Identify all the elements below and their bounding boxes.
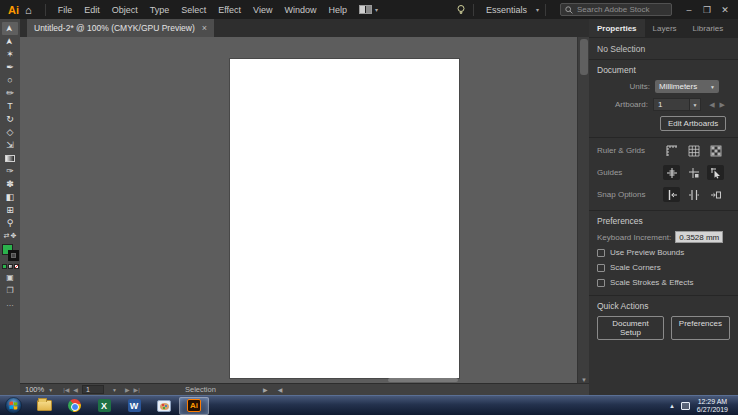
edit-artboards-button[interactable]: Edit Artboards <box>660 116 726 131</box>
menu-window[interactable]: Window <box>278 5 322 15</box>
previous-artboard-button[interactable]: ◀ <box>73 386 78 393</box>
zoom-tool[interactable]: ⚲ <box>2 217 18 230</box>
menu-file[interactable]: File <box>52 5 79 15</box>
preferences-button[interactable]: Preferences <box>671 316 730 340</box>
curvature-tool[interactable]: ✒ <box>2 61 18 74</box>
vertical-scrollbar-thumb[interactable] <box>580 39 588 75</box>
search-input[interactable] <box>577 5 667 14</box>
tray-status-icon[interactable] <box>681 402 690 410</box>
scale-corners-checkbox[interactable] <box>597 264 605 272</box>
menu-type[interactable]: Type <box>144 5 176 15</box>
last-artboard-button[interactable]: ▶| <box>134 386 140 393</box>
show-rulers-button[interactable] <box>663 143 680 158</box>
symbol-sprayer-tool[interactable]: ✽ <box>2 178 18 191</box>
tab-layers[interactable]: Layers <box>645 19 685 37</box>
menu-object[interactable]: Object <box>106 5 144 15</box>
eraser-tool[interactable]: ◇ <box>2 126 18 139</box>
tab-close-icon[interactable]: × <box>202 23 207 33</box>
document-setup-button[interactable]: Document Setup <box>597 316 664 340</box>
units-dropdown[interactable]: Millimeters ▼ <box>655 80 719 93</box>
vertical-scrollbar[interactable]: ▼ <box>577 37 589 383</box>
quick-actions-header: Quick Actions <box>597 301 730 311</box>
snap-to-pixel-button[interactable] <box>707 187 724 202</box>
color-button[interactable] <box>2 264 7 269</box>
shape-builder-tool[interactable]: ◧ <box>2 191 18 204</box>
arrange-documents-icon[interactable] <box>359 5 372 14</box>
scale-tool[interactable]: ⇲ <box>2 139 18 152</box>
workspace-switcher[interactable]: Essentials <box>480 5 533 15</box>
direct-selection-tool[interactable]: ➤ <box>2 35 18 48</box>
lock-guides-button[interactable] <box>685 165 702 180</box>
artboard-number-field[interactable]: 1 <box>82 385 104 394</box>
type-tool[interactable]: T <box>2 100 18 113</box>
zoom-level[interactable]: 100% <box>25 385 44 394</box>
chevron-down-icon[interactable]: ▾ <box>536 6 539 13</box>
quick-actions-section: Quick Actions Document Setup Preferences <box>589 296 738 346</box>
rotate-tool[interactable]: ↻ <box>2 113 18 126</box>
snap-to-grid-button[interactable] <box>685 187 702 202</box>
magic-wand-tool[interactable]: ✶ <box>2 48 18 61</box>
show-transparency-grid-button[interactable] <box>707 143 724 158</box>
eyedropper-tool[interactable]: ✑ <box>2 165 18 178</box>
taskbar-chrome-button[interactable] <box>59 397 89 415</box>
horizontal-scrollbar-thumb[interactable] <box>388 378 458 382</box>
selection-tool[interactable]: ➤ <box>2 22 18 35</box>
taskbar-clock[interactable]: 12:29 AM 6/27/2019 <box>697 398 732 414</box>
canvas-area[interactable] <box>20 37 577 383</box>
first-artboard-button[interactable]: |◀ <box>63 386 69 393</box>
show-grid-button[interactable] <box>685 143 702 158</box>
fill-stroke-control[interactable] <box>2 244 19 261</box>
artboard-dropdown-icon[interactable]: ▼ <box>112 387 117 393</box>
taskbar-word-button[interactable]: W <box>119 397 149 415</box>
gradient-button[interactable] <box>8 264 13 269</box>
artboard-prev-next-icons[interactable]: ◀▶ <box>709 101 730 109</box>
drawing-modes-button[interactable]: ▣ <box>6 273 14 282</box>
lightbulb-ideas-icon[interactable] <box>455 4 467 16</box>
screen-mode-button[interactable]: ❐ <box>6 286 13 295</box>
artboard-select-field[interactable]: 1 <box>653 98 690 111</box>
menu-select[interactable]: Select <box>175 5 212 15</box>
artboard-select-chevron-icon[interactable]: ▼ <box>690 98 702 111</box>
taskbar-excel-button[interactable]: X <box>89 397 119 415</box>
chevron-down-icon[interactable]: ▾ <box>375 6 378 13</box>
tab-libraries[interactable]: Libraries <box>685 19 732 37</box>
keyboard-increment-input[interactable]: 0.3528 mm <box>675 231 723 243</box>
chrome-icon <box>68 399 81 412</box>
gradient-tool[interactable] <box>2 152 18 165</box>
menu-view[interactable]: View <box>247 5 278 15</box>
artboard-tool[interactable]: ⊞ <box>2 204 18 217</box>
stroke-color-swatch[interactable] <box>8 250 19 261</box>
zoom-dropdown-icon[interactable]: ▼ <box>48 387 53 393</box>
menu-help[interactable]: Help <box>322 5 353 15</box>
document-tab[interactable]: Untitled-2* @ 100% (CMYK/GPU Preview) × <box>27 19 214 37</box>
tray-expand-icon[interactable]: ▴ <box>670 402 674 410</box>
taskbar-explorer-button[interactable] <box>29 397 59 415</box>
taskbar-illustrator-button[interactable]: Ai <box>179 397 209 415</box>
menu-effect[interactable]: Effect <box>212 5 247 15</box>
artboard[interactable] <box>230 59 459 378</box>
close-button[interactable]: ✕ <box>716 5 734 15</box>
hand-tool[interactable]: ✥ <box>11 232 17 240</box>
rotate-view-tool[interactable]: ⇄ <box>4 232 10 240</box>
snap-to-point-button[interactable] <box>663 187 680 202</box>
none-button[interactable] <box>14 264 19 269</box>
restore-button[interactable]: ❐ <box>698 5 716 15</box>
home-icon[interactable]: ⌂ <box>25 4 32 16</box>
edit-toolbar-button[interactable]: … <box>6 299 14 308</box>
smart-guides-button[interactable] <box>707 165 724 180</box>
status-bar: 100% ▼ |◀ ◀ 1 ▼ ▶ ▶| Selection ▶ ◀ <box>20 383 589 395</box>
next-artboard-button[interactable]: ▶ <box>125 386 130 393</box>
status-flyout-right-icon[interactable]: ▶ <box>263 386 268 393</box>
minimize-button[interactable]: – <box>680 5 698 15</box>
taskbar-paint-button[interactable] <box>149 397 179 415</box>
scale-strokes-effects-checkbox[interactable] <box>597 279 605 287</box>
start-button[interactable] <box>5 397 22 414</box>
menu-edit[interactable]: Edit <box>78 5 106 15</box>
status-flyout-left-icon[interactable]: ◀ <box>278 386 283 393</box>
use-preview-bounds-checkbox[interactable] <box>597 249 605 257</box>
pencil-tool[interactable]: ✏ <box>2 87 18 100</box>
tab-properties[interactable]: Properties <box>589 19 645 37</box>
show-guides-button[interactable] <box>663 165 680 180</box>
adobe-stock-search[interactable] <box>560 3 672 16</box>
ellipse-tool[interactable]: ○ <box>2 74 18 87</box>
